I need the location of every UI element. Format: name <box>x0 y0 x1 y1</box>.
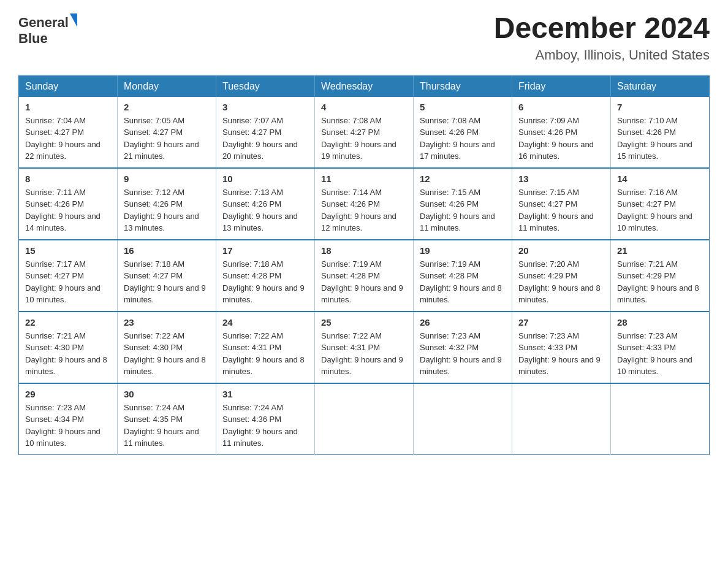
calendar-cell: 27 Sunrise: 7:23 AMSunset: 4:33 PMDaylig… <box>512 312 611 383</box>
calendar-cell: 7 Sunrise: 7:10 AMSunset: 4:26 PMDayligh… <box>611 97 710 168</box>
calendar-cell: 6 Sunrise: 7:09 AMSunset: 4:26 PMDayligh… <box>512 97 611 168</box>
calendar-cell: 31 Sunrise: 7:24 AMSunset: 4:36 PMDaylig… <box>216 383 315 455</box>
day-info: Sunrise: 7:10 AMSunset: 4:26 PMDaylight:… <box>617 115 703 163</box>
day-info: Sunrise: 7:17 AMSunset: 4:27 PMDaylight:… <box>25 258 111 306</box>
day-number: 4 <box>321 102 407 112</box>
weekday-header-tuesday: Tuesday <box>216 75 315 97</box>
title-block: December 2024 Amboy, Illinois, United St… <box>494 12 710 63</box>
day-info: Sunrise: 7:19 AMSunset: 4:28 PMDaylight:… <box>420 258 506 306</box>
calendar-cell: 19 Sunrise: 7:19 AMSunset: 4:28 PMDaylig… <box>414 240 512 312</box>
day-number: 21 <box>617 245 703 256</box>
calendar-cell: 1 Sunrise: 7:04 AMSunset: 4:27 PMDayligh… <box>19 97 118 168</box>
day-number: 16 <box>124 245 210 256</box>
day-number: 20 <box>518 245 604 256</box>
day-number: 28 <box>617 317 703 327</box>
month-year-title: December 2024 <box>494 12 710 45</box>
day-number: 24 <box>222 317 308 327</box>
calendar-cell: 13 Sunrise: 7:15 AMSunset: 4:27 PMDaylig… <box>512 168 611 240</box>
calendar-cell: 25 Sunrise: 7:22 AMSunset: 4:31 PMDaylig… <box>315 312 414 383</box>
day-number: 19 <box>420 245 506 256</box>
day-number: 31 <box>222 389 308 399</box>
day-number: 11 <box>321 174 407 184</box>
day-number: 12 <box>420 174 506 184</box>
day-info: Sunrise: 7:15 AMSunset: 4:27 PMDaylight:… <box>518 186 604 234</box>
day-info: Sunrise: 7:21 AMSunset: 4:30 PMDaylight:… <box>25 330 111 378</box>
calendar-cell: 18 Sunrise: 7:19 AMSunset: 4:28 PMDaylig… <box>315 240 414 312</box>
day-number: 6 <box>518 102 604 112</box>
calendar-week-row: 1 Sunrise: 7:04 AMSunset: 4:27 PMDayligh… <box>19 97 710 168</box>
day-number: 7 <box>617 102 703 112</box>
calendar-cell: 29 Sunrise: 7:23 AMSunset: 4:34 PMDaylig… <box>19 383 118 455</box>
calendar-cell: 17 Sunrise: 7:18 AMSunset: 4:28 PMDaylig… <box>216 240 315 312</box>
calendar-cell <box>414 383 512 455</box>
day-info: Sunrise: 7:18 AMSunset: 4:27 PMDaylight:… <box>124 258 210 306</box>
day-info: Sunrise: 7:13 AMSunset: 4:26 PMDaylight:… <box>222 186 308 234</box>
day-number: 14 <box>617 174 703 184</box>
day-info: Sunrise: 7:24 AMSunset: 4:35 PMDaylight:… <box>124 402 210 450</box>
calendar-cell: 10 Sunrise: 7:13 AMSunset: 4:26 PMDaylig… <box>216 168 315 240</box>
calendar-cell: 5 Sunrise: 7:08 AMSunset: 4:26 PMDayligh… <box>414 97 512 168</box>
day-number: 26 <box>420 317 506 327</box>
day-number: 22 <box>25 317 111 327</box>
day-info: Sunrise: 7:14 AMSunset: 4:26 PMDaylight:… <box>321 186 407 234</box>
logo-blue: Blue <box>18 31 48 46</box>
day-number: 3 <box>222 102 308 112</box>
day-info: Sunrise: 7:22 AMSunset: 4:30 PMDaylight:… <box>124 330 210 378</box>
calendar-cell: 28 Sunrise: 7:23 AMSunset: 4:33 PMDaylig… <box>611 312 710 383</box>
calendar-cell: 2 Sunrise: 7:05 AMSunset: 4:27 PMDayligh… <box>118 97 216 168</box>
weekday-header-thursday: Thursday <box>414 75 512 97</box>
weekday-header-saturday: Saturday <box>611 75 710 97</box>
day-number: 23 <box>124 317 210 327</box>
calendar-cell: 21 Sunrise: 7:21 AMSunset: 4:29 PMDaylig… <box>611 240 710 312</box>
day-info: Sunrise: 7:20 AMSunset: 4:29 PMDaylight:… <box>518 258 604 306</box>
calendar-cell: 22 Sunrise: 7:21 AMSunset: 4:30 PMDaylig… <box>19 312 118 383</box>
calendar-week-row: 8 Sunrise: 7:11 AMSunset: 4:26 PMDayligh… <box>19 168 710 240</box>
day-info: Sunrise: 7:23 AMSunset: 4:34 PMDaylight:… <box>25 402 111 450</box>
day-number: 27 <box>518 317 604 327</box>
day-info: Sunrise: 7:18 AMSunset: 4:28 PMDaylight:… <box>222 258 308 306</box>
weekday-header-wednesday: Wednesday <box>315 75 414 97</box>
calendar-cell: 24 Sunrise: 7:22 AMSunset: 4:31 PMDaylig… <box>216 312 315 383</box>
calendar-cell: 14 Sunrise: 7:16 AMSunset: 4:27 PMDaylig… <box>611 168 710 240</box>
weekday-header-row: SundayMondayTuesdayWednesdayThursdayFrid… <box>19 75 710 97</box>
calendar-cell <box>512 383 611 455</box>
day-info: Sunrise: 7:16 AMSunset: 4:27 PMDaylight:… <box>617 186 703 234</box>
day-number: 5 <box>420 102 506 112</box>
calendar-cell <box>315 383 414 455</box>
day-number: 2 <box>124 102 210 112</box>
calendar-cell: 12 Sunrise: 7:15 AMSunset: 4:26 PMDaylig… <box>414 168 512 240</box>
weekday-header-monday: Monday <box>118 75 216 97</box>
day-info: Sunrise: 7:08 AMSunset: 4:27 PMDaylight:… <box>321 115 407 163</box>
day-number: 18 <box>321 245 407 256</box>
calendar-cell: 30 Sunrise: 7:24 AMSunset: 4:35 PMDaylig… <box>118 383 216 455</box>
day-number: 9 <box>124 174 210 184</box>
calendar-cell: 26 Sunrise: 7:23 AMSunset: 4:32 PMDaylig… <box>414 312 512 383</box>
calendar-week-row: 15 Sunrise: 7:17 AMSunset: 4:27 PMDaylig… <box>19 240 710 312</box>
day-info: Sunrise: 7:12 AMSunset: 4:26 PMDaylight:… <box>124 186 210 234</box>
day-info: Sunrise: 7:08 AMSunset: 4:26 PMDaylight:… <box>420 115 506 163</box>
calendar-cell <box>611 383 710 455</box>
day-info: Sunrise: 7:05 AMSunset: 4:27 PMDaylight:… <box>124 115 210 163</box>
day-number: 29 <box>25 389 111 399</box>
day-info: Sunrise: 7:24 AMSunset: 4:36 PMDaylight:… <box>222 402 308 450</box>
logo: General Blue <box>18 12 77 47</box>
day-number: 10 <box>222 174 308 184</box>
day-info: Sunrise: 7:15 AMSunset: 4:26 PMDaylight:… <box>420 186 506 234</box>
day-number: 25 <box>321 317 407 327</box>
day-info: Sunrise: 7:22 AMSunset: 4:31 PMDaylight:… <box>222 330 308 378</box>
day-number: 30 <box>124 389 210 399</box>
calendar-cell: 20 Sunrise: 7:20 AMSunset: 4:29 PMDaylig… <box>512 240 611 312</box>
day-number: 8 <box>25 174 111 184</box>
day-info: Sunrise: 7:04 AMSunset: 4:27 PMDaylight:… <box>25 115 111 163</box>
calendar-week-row: 29 Sunrise: 7:23 AMSunset: 4:34 PMDaylig… <box>19 383 710 455</box>
day-number: 13 <box>518 174 604 184</box>
day-info: Sunrise: 7:23 AMSunset: 4:33 PMDaylight:… <box>518 330 604 378</box>
weekday-header-friday: Friday <box>512 75 611 97</box>
day-info: Sunrise: 7:22 AMSunset: 4:31 PMDaylight:… <box>321 330 407 378</box>
calendar-table: SundayMondayTuesdayWednesdayThursdayFrid… <box>18 75 710 455</box>
calendar-cell: 15 Sunrise: 7:17 AMSunset: 4:27 PMDaylig… <box>19 240 118 312</box>
calendar-cell: 23 Sunrise: 7:22 AMSunset: 4:30 PMDaylig… <box>118 312 216 383</box>
day-number: 17 <box>222 245 308 256</box>
logo-general: General <box>18 15 69 31</box>
weekday-header-sunday: Sunday <box>19 75 118 97</box>
